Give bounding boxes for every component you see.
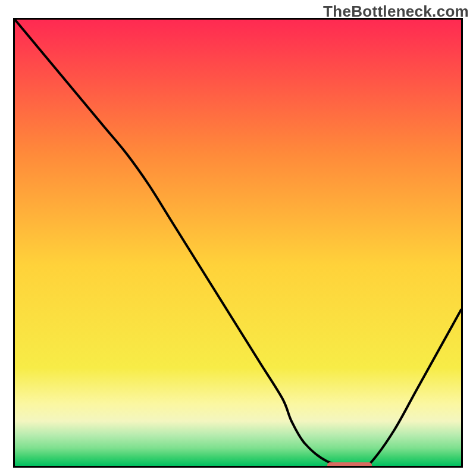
minimum-marker xyxy=(327,462,372,468)
bottleneck-curve-svg xyxy=(15,20,461,466)
plot-area xyxy=(13,18,463,468)
bottleneck-curve xyxy=(15,20,461,466)
chart-frame: TheBottleneck.com xyxy=(0,0,476,476)
